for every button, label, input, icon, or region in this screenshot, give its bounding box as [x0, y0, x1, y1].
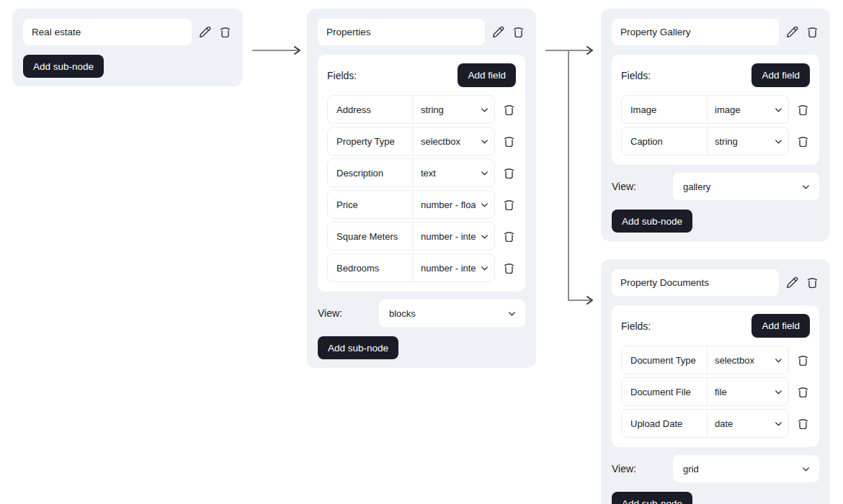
field-type-select[interactable]: selectbox: [708, 346, 788, 374]
field-name-input[interactable]: Description: [328, 159, 414, 186]
chevron-down-icon: [801, 464, 811, 474]
delete-field-button[interactable]: [502, 230, 516, 243]
field-name-input[interactable]: Address: [328, 96, 414, 123]
field-type-value: file: [715, 387, 771, 397]
delete-field-button[interactable]: [502, 103, 516, 117]
edit-node-button[interactable]: [785, 25, 799, 39]
field-type-select[interactable]: selectbox: [414, 127, 494, 155]
delete-node-button[interactable]: [806, 25, 819, 39]
pencil-icon: [785, 276, 799, 289]
delete-node-button[interactable]: [806, 276, 819, 289]
field-type-value: text: [421, 168, 477, 179]
node-property-documents: Fields: Add field Document Type selectbo…: [601, 259, 830, 504]
fields-label: Fields:: [327, 70, 357, 81]
field-row: Price number - floa: [327, 190, 516, 219]
field-type-select[interactable]: date: [708, 410, 788, 437]
trash-icon: [796, 135, 810, 148]
add-subnode-button[interactable]: Add sub-node: [318, 336, 398, 359]
field-type-value: date: [715, 418, 771, 429]
edit-node-button[interactable]: [785, 276, 799, 289]
view-row: View: grid: [612, 455, 819, 482]
view-select-value: gallery: [683, 181, 801, 192]
delete-field-button[interactable]: [502, 135, 516, 148]
add-subnode-button[interactable]: Add sub-node: [23, 55, 104, 78]
delete-field-button[interactable]: [796, 354, 810, 367]
view-row: View: gallery: [612, 173, 819, 200]
field-type-select[interactable]: string: [708, 127, 788, 155]
node-properties: Fields: Add field Address string: [307, 9, 536, 368]
view-label: View:: [318, 307, 379, 319]
field-type-select[interactable]: number - inte: [414, 254, 494, 282]
field-row: Address string: [327, 95, 516, 124]
delete-field-button[interactable]: [502, 198, 516, 212]
delete-field-button[interactable]: [796, 417, 810, 431]
field-row: Image image: [621, 95, 810, 124]
delete-field-button[interactable]: [796, 385, 810, 399]
trash-icon: [502, 198, 516, 212]
view-select[interactable]: gallery: [673, 173, 819, 200]
field-row: Property Type selectbox: [327, 127, 516, 156]
view-select[interactable]: grid: [673, 455, 819, 482]
field-name-input[interactable]: Document File: [622, 378, 708, 405]
trash-icon: [502, 103, 516, 117]
field-type-select[interactable]: number - inte: [414, 222, 494, 250]
field-name-input[interactable]: Caption: [622, 127, 708, 155]
add-subnode-button[interactable]: Add sub-node: [612, 210, 692, 233]
node-title-input[interactable]: [612, 269, 779, 296]
chevron-down-icon: [480, 232, 489, 241]
field-name-input[interactable]: Image: [622, 96, 708, 123]
node-title-input[interactable]: [612, 19, 779, 45]
field-name-input[interactable]: Price: [328, 191, 414, 218]
field-type-value: string: [421, 104, 477, 115]
view-select[interactable]: blocks: [379, 300, 525, 327]
chevron-down-icon: [774, 419, 783, 428]
field-type-select[interactable]: image: [708, 96, 788, 123]
add-field-button[interactable]: Add field: [751, 63, 810, 87]
field-row: Document Type selectbox: [621, 346, 810, 374]
delete-field-button[interactable]: [796, 103, 810, 117]
field-name-input[interactable]: Bedrooms: [328, 254, 414, 282]
field-type-value: number - inte: [421, 263, 477, 274]
trash-icon: [502, 166, 516, 180]
add-field-button[interactable]: Add field: [458, 63, 516, 87]
chevron-down-icon: [507, 309, 517, 318]
field-row: Document File file: [621, 377, 810, 406]
field-type-select[interactable]: number - floa: [414, 191, 494, 218]
field-type-select[interactable]: string: [414, 96, 494, 123]
delete-field-button[interactable]: [796, 135, 810, 148]
chevron-down-icon: [480, 137, 489, 146]
delete-field-button[interactable]: [502, 261, 516, 275]
field-type-select[interactable]: text: [414, 159, 494, 186]
add-subnode-button[interactable]: Add sub-node: [612, 492, 692, 504]
node-editor-canvas: Add sub-node Fields: Add field Address s…: [0, 0, 843, 504]
trash-icon: [796, 103, 810, 117]
field-row: Upload Date date: [621, 409, 810, 438]
delete-node-button[interactable]: [512, 25, 525, 39]
view-select-value: blocks: [389, 308, 507, 319]
node-header: [612, 269, 819, 296]
field-name-input[interactable]: Property Type: [328, 127, 414, 155]
pencil-icon: [491, 25, 505, 39]
field-name-input[interactable]: Upload Date: [622, 410, 708, 437]
field-name-input[interactable]: Document Type: [622, 346, 708, 374]
view-row: View: blocks: [318, 300, 525, 327]
view-select-value: grid: [683, 464, 801, 474]
trash-icon: [512, 25, 525, 39]
trash-icon: [796, 385, 810, 399]
field-type-select[interactable]: file: [708, 378, 788, 405]
edit-node-button[interactable]: [198, 25, 212, 39]
field-name-input[interactable]: Square Meters: [328, 222, 414, 250]
node-title-input[interactable]: [318, 19, 485, 45]
trash-icon: [502, 135, 516, 148]
edit-node-button[interactable]: [491, 25, 505, 39]
delete-node-button[interactable]: [218, 25, 232, 39]
chevron-down-icon: [774, 387, 783, 397]
chevron-down-icon: [480, 200, 489, 210]
add-field-button[interactable]: Add field: [751, 314, 810, 338]
chevron-down-icon: [480, 264, 489, 273]
chevron-down-icon: [774, 137, 783, 146]
chevron-down-icon: [774, 356, 783, 365]
chevron-down-icon: [774, 105, 783, 114]
node-title-input[interactable]: [23, 19, 192, 45]
delete-field-button[interactable]: [502, 166, 516, 180]
